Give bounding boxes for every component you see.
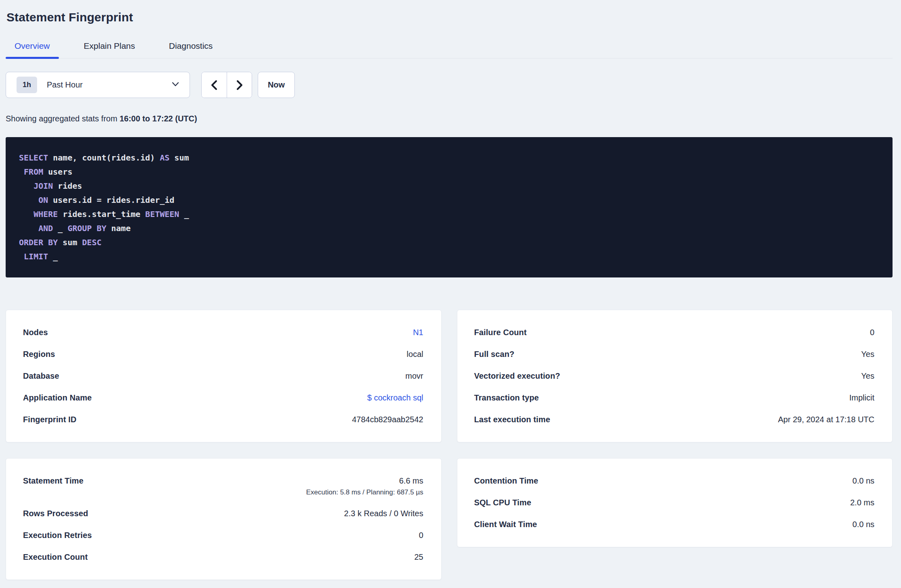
aggregated-stats-text: Showing aggregated stats from 16:00 to 1… bbox=[6, 114, 893, 123]
failure-count-label: Failure Count bbox=[474, 328, 527, 337]
sql-line: WHERE rides.start_time BETWEEN _ bbox=[19, 207, 880, 221]
sql-line: ORDER BY sum DESC bbox=[19, 236, 880, 250]
sql-line: ON users.id = rides.rider_id bbox=[19, 193, 880, 207]
nodes-value-wrap: N1 bbox=[413, 328, 423, 337]
sql-text bbox=[19, 223, 38, 233]
last-execution-time-value: Apr 29, 2024 at 17:18 UTC bbox=[778, 415, 874, 424]
contention-time-row: Contention Time0.0 ns bbox=[474, 476, 875, 486]
sql-text: rides bbox=[53, 181, 82, 191]
database-row: Databasemovr bbox=[23, 371, 423, 381]
time-controls: 1h Past Hour Now bbox=[6, 72, 893, 98]
tab-explain-plans[interactable]: Explain Plans bbox=[75, 41, 144, 58]
sql-text: _ bbox=[179, 209, 189, 219]
sql-line: AND _ GROUP BY name bbox=[19, 221, 880, 236]
stats-prefix: Showing aggregated stats from bbox=[6, 114, 119, 123]
fingerprint-id-label: Fingerprint ID bbox=[23, 415, 77, 424]
nodes-link[interactable]: N1 bbox=[413, 328, 423, 337]
next-time-range-button[interactable] bbox=[227, 72, 252, 98]
sql-text: sum bbox=[58, 238, 82, 247]
statement-time-label: Statement Time bbox=[23, 476, 83, 486]
chevron-right-icon bbox=[236, 80, 243, 90]
execution-retries-value-wrap: 0 bbox=[419, 531, 423, 540]
contention-time-value: 0.0 ns bbox=[853, 476, 874, 485]
fingerprint-id-value: 4784cb829aab2542 bbox=[352, 415, 423, 424]
execution-retries-value: 0 bbox=[419, 531, 423, 540]
client-wait-time-value-wrap: 0.0 ns bbox=[853, 520, 874, 529]
sql-cpu-time-row: SQL CPU Time2.0 ms bbox=[474, 498, 875, 507]
sql-text bbox=[19, 181, 33, 191]
sql-text: name bbox=[106, 223, 131, 233]
sql-line: JOIN rides bbox=[19, 179, 880, 193]
wait-timing-card: Contention Time0.0 nsSQL CPU Time2.0 msC… bbox=[457, 458, 893, 547]
tab-diagnostics[interactable]: Diagnostics bbox=[160, 41, 222, 58]
nodes-label: Nodes bbox=[23, 328, 48, 337]
prev-time-range-button[interactable] bbox=[202, 72, 227, 98]
sql-line: LIMIT _ bbox=[19, 250, 880, 264]
statement-fingerprint-page: Statement Fingerprint OverviewExplain Pl… bbox=[0, 0, 901, 580]
vectorized-execution-value: Yes bbox=[861, 371, 874, 380]
regions-row: Regionslocal bbox=[23, 350, 423, 359]
fingerprint-id-value-wrap: 4784cb829aab2542 bbox=[352, 415, 423, 424]
chevron-down-icon bbox=[172, 82, 179, 87]
fingerprint-id-row: Fingerprint ID4784cb829aab2542 bbox=[23, 415, 423, 424]
execution-attributes-card: Failure Count0Full scan?YesVectorized ex… bbox=[457, 310, 893, 442]
failure-count-row: Failure Count0 bbox=[474, 328, 875, 337]
sql-text bbox=[19, 252, 24, 261]
database-value: movr bbox=[405, 371, 423, 380]
sql-cpu-time-value: 2.0 ms bbox=[850, 498, 874, 507]
sql-text: sum bbox=[169, 153, 189, 163]
nodes-row: NodesN1 bbox=[23, 328, 423, 337]
rows-processed-row: Rows Processed2.3 k Reads / 0 Writes bbox=[23, 509, 423, 518]
statement-time-row: Statement Time6.6 msExecution: 5.8 ms / … bbox=[23, 476, 423, 496]
full-scan-value: Yes bbox=[861, 350, 874, 359]
sql-text: _ bbox=[53, 223, 67, 233]
tab-bar: OverviewExplain PlansDiagnostics bbox=[6, 41, 893, 58]
time-range-stepper bbox=[201, 72, 252, 98]
statement-details-card: NodesN1RegionslocalDatabasemovrApplicati… bbox=[6, 310, 442, 442]
rows-processed-value: 2.3 k Reads / 0 Writes bbox=[344, 509, 423, 518]
failure-count-value-wrap: 0 bbox=[870, 328, 874, 337]
sql-text: _ bbox=[48, 252, 58, 261]
page-title: Statement Fingerprint bbox=[6, 10, 893, 24]
execution-count-value: 25 bbox=[414, 553, 423, 561]
application-name-row: Application Name$ cockroach sql bbox=[23, 393, 423, 402]
execution-retries-label: Execution Retries bbox=[23, 531, 92, 540]
sql-line: SELECT name, count(rides.id) AS sum bbox=[19, 151, 880, 165]
sql-keyword: ORDER BY bbox=[19, 238, 58, 247]
transaction-type-label: Transaction type bbox=[474, 393, 539, 402]
full-scan-label: Full scan? bbox=[474, 350, 515, 359]
contention-time-value-wrap: 0.0 ns bbox=[853, 476, 874, 486]
vectorized-execution-value-wrap: Yes bbox=[861, 371, 874, 381]
sql-keyword: AND bbox=[38, 223, 53, 233]
sql-keyword: SELECT bbox=[19, 153, 48, 163]
execution-count-row: Execution Count25 bbox=[23, 553, 423, 562]
execution-retries-row: Execution Retries0 bbox=[23, 531, 423, 540]
tab-overview[interactable]: Overview bbox=[6, 41, 59, 58]
vectorized-execution-row: Vectorized execution?Yes bbox=[474, 371, 875, 381]
time-range-label: Past Hour bbox=[47, 80, 83, 90]
time-range-dropdown[interactable]: 1h Past Hour bbox=[6, 72, 190, 98]
transaction-type-row: Transaction typeImplicit bbox=[474, 393, 875, 402]
execution-count-value-wrap: 25 bbox=[414, 553, 423, 562]
sql-keyword: ON bbox=[38, 195, 48, 205]
sql-keyword: WHERE bbox=[33, 209, 58, 219]
sql-keyword: DESC bbox=[82, 238, 102, 247]
client-wait-time-label: Client Wait Time bbox=[474, 520, 537, 529]
sql-keyword: FROM bbox=[24, 167, 43, 177]
full-scan-row: Full scan?Yes bbox=[474, 350, 875, 359]
sql-text bbox=[19, 167, 24, 177]
statement-time-value-wrap: 6.6 msExecution: 5.8 ms / Planning: 687.… bbox=[306, 476, 423, 496]
now-button[interactable]: Now bbox=[258, 72, 295, 98]
sql-text bbox=[19, 195, 38, 205]
sql-text bbox=[19, 209, 33, 219]
sql-text: users bbox=[43, 167, 72, 177]
sql-cpu-time-label: SQL CPU Time bbox=[474, 498, 532, 507]
sql-keyword: GROUP BY bbox=[67, 223, 106, 233]
application-name-link[interactable]: $ cockroach sql bbox=[367, 393, 423, 402]
sql-line: FROM users bbox=[19, 165, 880, 179]
time-range-badge: 1h bbox=[17, 77, 37, 93]
vectorized-execution-label: Vectorized execution? bbox=[474, 371, 560, 381]
regions-value-wrap: local bbox=[407, 350, 423, 359]
contention-time-label: Contention Time bbox=[474, 476, 538, 486]
database-value-wrap: movr bbox=[405, 371, 423, 381]
